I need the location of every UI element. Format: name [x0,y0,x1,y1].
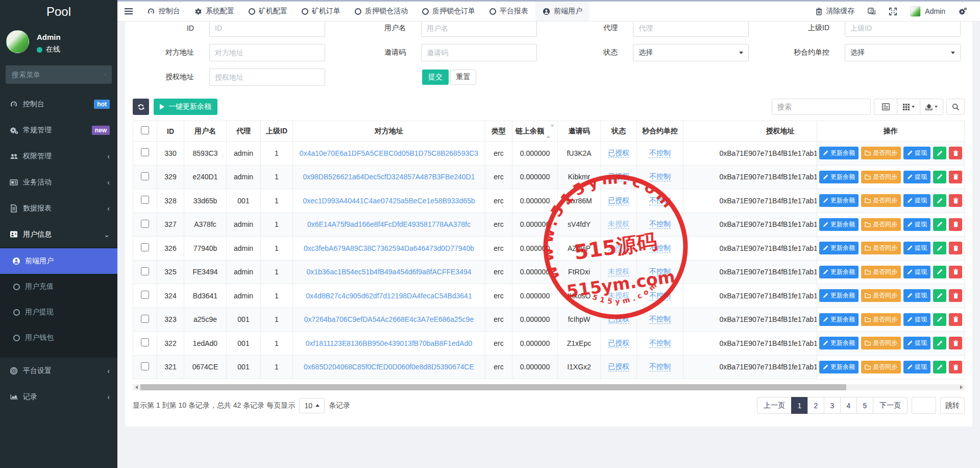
sync-button[interactable]: 是否同步 [861,337,901,349]
jump-button[interactable]: 跳转 [940,397,965,414]
filter-input-username[interactable] [421,19,537,37]
control-link[interactable]: 不控制 [649,149,671,158]
control-link[interactable]: 不控制 [649,244,671,253]
page-size-select[interactable]: 10 [299,398,325,413]
delete-button[interactable] [949,171,962,183]
sidebar-item-console[interactable]: 控制台 hot [0,91,117,117]
sync-button[interactable]: 是否同步 [861,171,901,183]
update-balance-button[interactable]: 更新余额 [819,242,859,254]
address-link[interactable]: 0x6E14A75f9ad166e8f4FcDfdE493581778AA378… [307,220,471,228]
user-menu[interactable]: Admin [903,6,952,17]
toggle-view-button[interactable] [874,99,897,115]
row-checkbox[interactable] [141,315,149,323]
delete-button[interactable] [949,266,962,278]
delete-button[interactable] [949,242,962,254]
status-link[interactable]: 已授权 [608,149,629,158]
filter-select-contract-control[interactable]: 选择 [845,44,961,61]
withdraw-button[interactable]: 提现 [903,171,930,183]
filter-input-address[interactable] [209,44,325,61]
control-link[interactable]: 不控制 [649,315,671,324]
sync-button[interactable]: 是否同步 [861,266,901,278]
sidebar-toggle[interactable] [117,2,140,21]
withdraw-button[interactable]: 提现 [903,147,930,159]
page-button-5[interactable]: 5 [856,397,873,414]
nav-tab-miner-config[interactable]: 矿机配置 [241,2,295,21]
address-link[interactable]: 0xec1D993A40441C4ae07425a5BeCe1e58B933d6… [303,197,475,205]
address-link[interactable]: 0x685D204068C85f0CfED0D060f0e8d8D5390674… [304,363,474,371]
row-checkbox[interactable] [141,243,149,251]
sidebar-item-records[interactable]: 记录 ‹ [0,384,117,410]
update-balance-button[interactable]: 更新余额 [819,313,859,326]
sidebar-item-userinfo[interactable]: 用户信息 ⌄ [0,221,117,247]
filter-input-parent-id[interactable] [845,19,961,37]
address-link[interactable]: 0x98DB526621a64Dec5cfD324857A487B3FBe240… [303,173,475,181]
update-balance-button[interactable]: 更新余额 [819,289,859,302]
row-checkbox[interactable] [141,148,149,156]
sync-button[interactable]: 是否同步 [861,242,901,254]
update-balance-button[interactable]: 更新余额 [819,361,859,373]
status-link[interactable]: 已授权 [608,196,629,205]
filter-select-status[interactable]: 选择 [633,44,749,61]
sidebar-item-permissions[interactable]: 权限管理 ‹ [0,143,117,169]
sync-button[interactable]: 是否同步 [861,194,901,207]
edit-button[interactable] [933,171,946,183]
update-balance-button[interactable]: 更新余额 [819,218,859,231]
edit-button[interactable] [933,242,946,254]
settings-button[interactable] [952,7,974,15]
page-button-4[interactable]: 4 [840,397,857,414]
update-all-balance-button[interactable]: 一键更新余额 [154,99,217,115]
withdraw-button[interactable]: 提现 [903,194,930,207]
nav-tab-staking-activity[interactable]: 质押锁仓活动 [348,2,415,21]
nav-tab-console[interactable]: 控制台 [140,2,187,21]
update-balance-button[interactable]: 更新余额 [819,171,859,183]
page-button-3[interactable]: 3 [824,397,841,414]
control-link[interactable]: 不控制 [649,172,671,181]
delete-button[interactable] [949,313,962,326]
row-checkbox[interactable] [141,291,149,299]
sync-button[interactable]: 是否同步 [861,147,901,159]
sidebar-item-user-recharge[interactable]: 用户充值 [0,274,117,299]
status-link[interactable]: 已授权 [608,172,629,181]
withdraw-button[interactable]: 提现 [903,313,930,326]
delete-button[interactable] [949,218,962,231]
control-link[interactable]: 不控制 [649,196,671,205]
search-button[interactable] [946,99,965,115]
edit-button[interactable] [933,194,946,207]
fullscreen-button[interactable] [883,8,903,15]
row-checkbox[interactable] [141,196,149,204]
delete-button[interactable] [949,337,962,349]
status-link[interactable]: 已授权 [608,362,629,371]
sync-button[interactable]: 是否同步 [861,218,901,231]
address-link[interactable]: 0xf1811123E8136BB950e439013fB70baB8F1edA… [306,339,472,347]
withdraw-button[interactable]: 提现 [903,337,930,349]
delete-button[interactable] [949,147,962,159]
update-balance-button[interactable]: 更新余额 [819,194,859,207]
scroll-left-arrow[interactable] [133,384,140,390]
control-link[interactable]: 不控制 [649,291,671,300]
sidebar-item-general[interactable]: 常规管理 new [0,117,117,143]
refresh-button[interactable] [133,99,149,115]
jump-page-input[interactable] [912,397,936,414]
edit-button[interactable] [933,337,946,349]
edit-button[interactable] [933,147,946,159]
row-checkbox[interactable] [141,338,149,346]
withdraw-button[interactable]: 提现 [903,289,930,302]
columns-button[interactable] [897,99,920,115]
status-link[interactable]: 未授权 [608,244,629,253]
nav-tab-staking-orders[interactable]: 质押锁仓订单 [415,2,482,21]
row-checkbox[interactable] [141,267,149,275]
scrollbar-thumb[interactable] [140,384,846,390]
submit-button[interactable]: 提交 [422,69,449,85]
control-link[interactable]: 不控制 [649,339,671,348]
edit-button[interactable] [933,218,946,231]
delete-button[interactable] [949,361,962,373]
next-page-button[interactable]: 下一页 [873,397,908,414]
delete-button[interactable] [949,289,962,302]
nav-tab-frontend-users[interactable]: 前端用户 [535,2,590,21]
status-link[interactable]: 未授权 [608,291,629,300]
edit-button[interactable] [933,289,946,302]
filter-input-id[interactable] [209,19,325,37]
row-checkbox[interactable] [141,172,149,180]
update-balance-button[interactable]: 更新余额 [819,337,859,349]
sync-button[interactable]: 是否同步 [861,361,901,373]
